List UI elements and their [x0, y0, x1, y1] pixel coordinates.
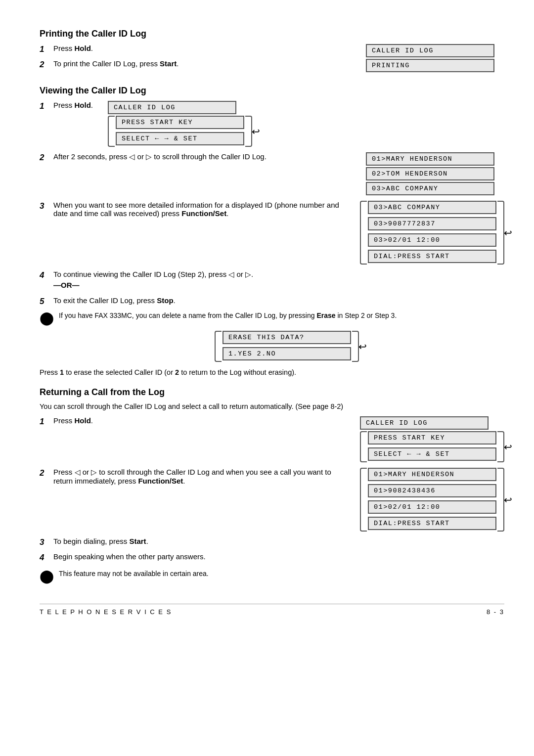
viewing-step1-text: 1 Press Hold. — [40, 101, 93, 116]
ret-bracket-screens-1: PRESS START KEY SELECT ← → & SET — [368, 431, 496, 462]
returning-step-content-4: Begin speaking when the other party answ… — [53, 552, 504, 561]
viewing-lcd-dial: DIAL:PRESS START — [368, 250, 496, 263]
returning-step1-row: 1 Press Hold. CALLER ID LOG PRESS START … — [40, 416, 504, 464]
step-content-2: To print the Caller ID Log, press Start. — [53, 59, 351, 68]
viewing-step-content-4: To continue viewing the Caller ID Log (S… — [53, 270, 504, 291]
returning-step1-text: 1 Press Hold. — [40, 416, 345, 432]
viewing-step2: 2 After 2 seconds, press ◁ or ▷ to scrol… — [40, 152, 351, 163]
viewing-lcd-group-3: 03>ABC COMPANY 03>90877728​37 03>02/01 1… — [360, 201, 504, 266]
erase-bracket-left — [215, 331, 222, 362]
footer-left: T E L E P H O N E S E R V I C E S — [40, 608, 172, 616]
viewing-step-content-2: After 2 seconds, press ◁ or ▷ to scroll … — [53, 152, 351, 161]
viewing-step-content-1: Press Hold. — [53, 101, 93, 109]
erase-bracket-wrap: ERASE THIS DATA? 1.YES 2.NO — [215, 331, 359, 362]
ret-bracket-right-1 — [497, 431, 504, 462]
viewing-step2-text: 2 After 2 seconds, press ◁ or ▷ to scrol… — [40, 152, 351, 168]
printing-title: Printing the Caller ID Log — [40, 29, 504, 39]
returning-lcd-top: CALLER ID LOG — [360, 416, 489, 430]
bracket-left-1 — [108, 116, 115, 147]
viewing-note: ⬤ If you have FAX 333MC, you can delete … — [40, 311, 504, 326]
viewing-lcd-abc: 03>ABC COMPANY — [368, 201, 496, 214]
viewing-step-content-3: When you want to see more detailed infor… — [53, 201, 345, 218]
returning-step-num-2: 2 — [40, 468, 53, 478]
printing-lcd-1: CALLER ID LOG — [366, 44, 494, 57]
returning-bracket-wrap-2: 01>MARY HENDERSON 01>90824​38436 01>02/0… — [360, 468, 504, 532]
printing-lcd-group: CALLER ID LOG PRINTING — [366, 44, 504, 74]
returning-lcd-select: SELECT ← → & SET — [368, 447, 496, 461]
note-icon: ⬤ — [40, 311, 54, 326]
returning-step-num-1: 1 — [40, 416, 53, 427]
ret-bracket-right-2 — [497, 468, 504, 532]
viewing-step-num-1: 1 — [40, 101, 53, 111]
bracket-screens-2: 03>ABC COMPANY 03>90877728​37 03>02/01 1… — [368, 201, 496, 265]
returning-step3: 3 To begin dialing, press Start. — [40, 537, 504, 547]
returning-step2-text: 2 Press ◁ or ▷ to scroll through the Cal… — [40, 468, 345, 490]
printing-step1: 1 Press Hold. 2 To print the Caller ID L… — [40, 44, 504, 75]
viewing-step1: 1 Press Hold. — [40, 101, 93, 111]
erase-lcd-1: ERASE THIS DATA? — [222, 331, 351, 344]
bracket-left-2 — [360, 201, 367, 265]
viewing-step-content-5: To exit the Caller ID Log, press Stop. — [53, 296, 504, 305]
viewing-lcd-group-1: CALLER ID LOG PRESS START KEY SELECT ← →… — [108, 101, 252, 148]
page-footer: T E L E P H O N E S E R V I C E S 8 - 3 — [40, 604, 504, 616]
viewing-step-num-2: 2 — [40, 152, 53, 163]
viewing-bracket-wrap-1: PRESS START KEY SELECT ← → & SET — [108, 116, 252, 147]
returning-step2-row: 2 Press ◁ or ▷ to scroll through the Cal… — [40, 468, 504, 533]
viewing-section: Viewing the Caller ID Log 1 Press Hold. … — [40, 86, 504, 376]
viewing-bracket-wrap-2: 03>ABC COMPANY 03>90877728​37 03>02/01 1… — [360, 201, 504, 265]
erase-bracket-group: ERASE THIS DATA? 1.YES 2.NO — [215, 331, 359, 363]
viewing-step-num-3: 3 — [40, 201, 53, 211]
erase-lcd-container: ERASE THIS DATA? 1.YES 2.NO — [69, 331, 504, 363]
viewing-lcd-03: 03>ABC COMPANY — [366, 182, 494, 195]
step-content-1: Press Hold. — [53, 44, 351, 52]
returning-note-text: This feature may not be available in cer… — [59, 570, 504, 578]
viewing-lcd-top: CALLER ID LOG — [108, 101, 236, 114]
returning-step1: 1 Press Hold. — [40, 416, 345, 427]
returning-step2: 2 Press ◁ or ▷ to scroll through the Cal… — [40, 468, 345, 485]
returning-step-num-4: 4 — [40, 552, 53, 563]
or-line: —OR— — [53, 281, 504, 289]
returning-lcd-press: PRESS START KEY — [368, 431, 496, 445]
returning-step-num-3: 3 — [40, 537, 53, 547]
step-row-2: 2 To print the Caller ID Log, press Star… — [40, 59, 351, 70]
returning-step-content-2: Press ◁ or ▷ to scroll through the Calle… — [53, 468, 345, 485]
viewing-step-num-5: 5 — [40, 296, 53, 307]
returning-lcd-phone: 01>90824​38436 — [368, 484, 496, 497]
returning-lcd-group-2: 01>MARY HENDERSON 01>90824​38436 01>02/0… — [360, 468, 504, 533]
viewing-step1-row: 1 Press Hold. CALLER ID LOG PRESS START … — [40, 101, 504, 148]
returning-intro: You can scroll through the Caller ID Log… — [40, 402, 504, 410]
viewing-lcd-phone: 03>90877728​37 — [368, 217, 496, 230]
viewing-lcd-01: 01>MARY HENDERSON — [366, 152, 494, 166]
returning-step-content-1: Press Hold. — [53, 416, 345, 425]
bracket-right-2 — [497, 201, 504, 265]
ret-bracket-left-1 — [360, 431, 367, 462]
viewing-lcd-press-start: PRESS START KEY — [116, 116, 244, 129]
viewing-step-num-4: 4 — [40, 270, 53, 280]
viewing-step5: 5 To exit the Caller ID Log, press Stop. — [40, 296, 504, 307]
returning-lcd-dial: DIAL:PRESS START — [368, 517, 496, 530]
printing-section: Printing the Caller ID Log 1 Press Hold.… — [40, 29, 504, 75]
viewing-lcd-group-2: 01>MARY HENDERSON 02>TOM HENDERSON 03>AB… — [366, 152, 504, 197]
step-num-1: 1 — [40, 44, 53, 54]
erase-lcd-2: 1.YES 2.NO — [222, 347, 351, 360]
returning-step-content-3: To begin dialing, press Start. — [53, 537, 504, 545]
viewing-step3: 3 When you want to see more detailed inf… — [40, 201, 345, 218]
bracket-screens-1: PRESS START KEY SELECT ← → & SET — [116, 116, 244, 147]
viewing-lcd-select: SELECT ← → & SET — [116, 132, 244, 145]
ret-bracket-left-2 — [360, 468, 367, 532]
returning-note-icon: ⬤ — [40, 569, 54, 584]
erase-bracket-screens: ERASE THIS DATA? 1.YES 2.NO — [222, 331, 351, 362]
returning-step4: 4 Begin speaking when the other party an… — [40, 552, 504, 563]
viewing-step4: 4 To continue viewing the Caller ID Log … — [40, 270, 504, 291]
returning-section: Returning a Call from the Log You can sc… — [40, 387, 504, 584]
returning-lcd-group-1: CALLER ID LOG PRESS START KEY SELECT ← →… — [360, 416, 504, 464]
note-text: If you have FAX 333MC, you can delete a … — [59, 311, 504, 319]
viewing-step2-row: 2 After 2 seconds, press ◁ or ▷ to scrol… — [40, 152, 504, 197]
returning-bracket-wrap-1: PRESS START KEY SELECT ← → & SET — [360, 431, 504, 462]
viewing-title: Viewing the Caller ID Log — [40, 86, 504, 96]
returning-lcd-mary: 01>MARY HENDERSON — [368, 468, 496, 481]
viewing-step3-text: 3 When you want to see more detailed inf… — [40, 201, 345, 222]
step-row-1: 1 Press Hold. — [40, 44, 351, 54]
viewing-lcd-02: 02>TOM HENDERSON — [366, 167, 494, 180]
ret-bracket-screens-2: 01>MARY HENDERSON 01>90824​38436 01>02/0… — [368, 468, 496, 532]
